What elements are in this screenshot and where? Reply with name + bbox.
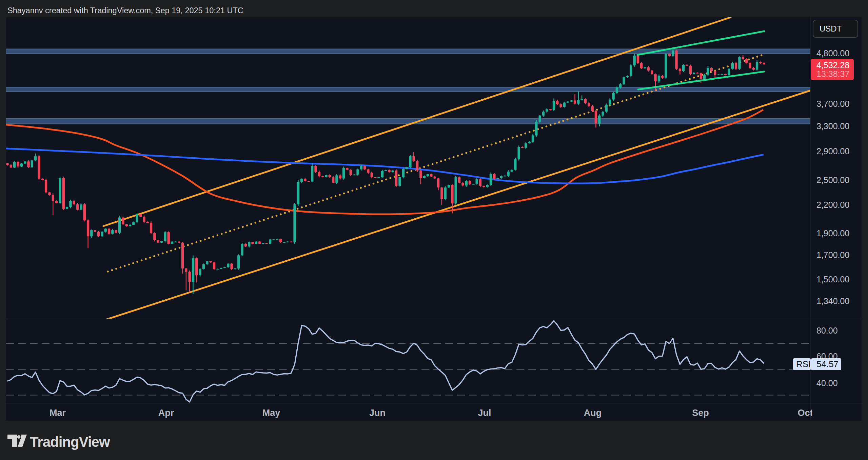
svg-text:May: May: [262, 408, 280, 418]
svg-text:3,700.00: 3,700.00: [816, 99, 849, 108]
svg-text:1,340.00: 1,340.00: [816, 296, 849, 306]
svg-text:1,700.00: 1,700.00: [816, 250, 849, 260]
svg-text:Aug: Aug: [584, 408, 601, 418]
svg-text:Jul: Jul: [478, 408, 491, 418]
svg-text:Mar: Mar: [50, 408, 66, 418]
svg-text:1,500.00: 1,500.00: [816, 275, 849, 284]
svg-text:3,300.00: 3,300.00: [816, 121, 849, 131]
svg-text:RSI: RSI: [796, 359, 811, 369]
svg-text:80.00: 80.00: [816, 326, 838, 335]
svg-text:4,532.28: 4,532.28: [816, 60, 849, 70]
svg-text:USDT: USDT: [820, 24, 842, 33]
svg-text:Jun: Jun: [369, 408, 386, 418]
svg-text:2,900.00: 2,900.00: [816, 146, 849, 156]
svg-text:Sep: Sep: [692, 408, 709, 418]
svg-text:13:38:37: 13:38:37: [816, 69, 849, 79]
svg-text:54.57: 54.57: [816, 359, 839, 369]
svg-text:Shayannv created with TradingV: Shayannv created with TradingView.com, S…: [7, 6, 243, 15]
svg-text:4,800.00: 4,800.00: [816, 48, 849, 58]
svg-text:Oct: Oct: [797, 408, 813, 418]
svg-text:Apr: Apr: [158, 408, 174, 418]
svg-text:2,500.00: 2,500.00: [816, 175, 849, 185]
svg-text:2,200.00: 2,200.00: [816, 200, 849, 209]
svg-text:TradingView: TradingView: [30, 434, 110, 450]
svg-text:40.00: 40.00: [816, 378, 838, 388]
svg-text:1,900.00: 1,900.00: [816, 228, 849, 238]
